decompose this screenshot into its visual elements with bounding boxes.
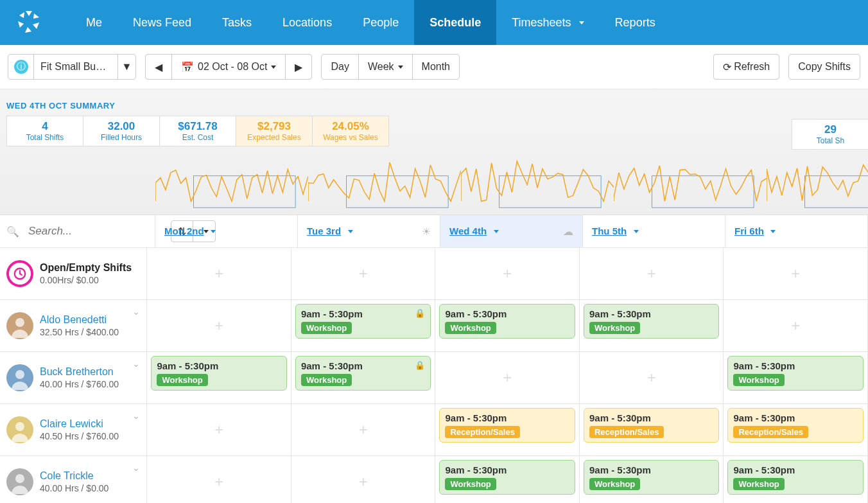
schedule-cell[interactable]: +	[291, 456, 436, 503]
add-shift-button[interactable]: +	[727, 304, 864, 348]
view-week-button[interactable]: Week	[358, 54, 413, 80]
chevron-down-icon	[207, 225, 216, 236]
employee-cell[interactable]: Buck Bretherton40.00 Hrs / $760.00	[0, 352, 147, 403]
top-nav: MeNews FeedTasksLocationsPeopleScheduleT…	[0, 0, 868, 45]
add-shift-button[interactable]: +	[151, 304, 287, 348]
day-link[interactable]: Fri 6th	[734, 225, 764, 236]
schedule-cell[interactable]: 9am - 5:30pmReception/Sales	[580, 404, 724, 455]
shift-card[interactable]: 9am - 5:30pmWorkshop	[727, 460, 864, 495]
shift-area-badge: Workshop	[301, 374, 352, 386]
schedule-cell[interactable]: 🔒9am - 5:30pmWorkshop	[291, 300, 436, 351]
schedule-cell[interactable]: +	[147, 456, 291, 503]
schedule-cell[interactable]: +	[724, 248, 868, 299]
location-select[interactable]: ⓘ Fit Small Busin… ▼	[8, 54, 136, 80]
day-header[interactable]: Tue 3rd ☀	[298, 215, 440, 247]
shift-card[interactable]: 9am - 5:30pmWorkshop	[439, 304, 575, 339]
add-shift-button[interactable]: +	[295, 408, 431, 452]
shift-card[interactable]: 9am - 5:30pmReception/Sales	[584, 408, 720, 443]
employee-cell[interactable]: Open/Empty Shifts0.00Hrs/ $0.00	[0, 248, 147, 299]
schedule-cell[interactable]: 9am - 5:30pmWorkshop	[435, 300, 580, 351]
add-shift-button[interactable]: +	[439, 356, 575, 400]
day-link[interactable]: Mon 2nd	[164, 225, 204, 236]
nav-item-me[interactable]: Me	[71, 0, 117, 45]
date-next-button[interactable]: ▶	[285, 54, 312, 80]
nav-item-timesheets[interactable]: Timesheets	[496, 0, 599, 45]
summary-right-value: 29	[801, 123, 860, 136]
shift-card[interactable]: 🔒9am - 5:30pmWorkshop	[295, 304, 431, 339]
chevron-down-icon[interactable]	[132, 410, 140, 421]
add-shift-button[interactable]: +	[295, 460, 431, 503]
schedule-cell[interactable]: +	[435, 352, 580, 403]
shift-card[interactable]: 9am - 5:30pmReception/Sales	[439, 408, 575, 443]
schedule-cell[interactable]: +	[147, 248, 291, 299]
day-header[interactable]: Thu 5th	[583, 215, 725, 247]
add-shift-button[interactable]: +	[584, 356, 720, 400]
employee-meta: 32.50 Hrs / $400.00	[40, 327, 119, 337]
employee-cell[interactable]: Aldo Benedetti32.50 Hrs / $400.00	[0, 300, 147, 351]
shift-card[interactable]: 9am - 5:30pmWorkshop	[584, 304, 720, 339]
schedule-cell[interactable]: 9am - 5:30pmReception/Sales	[724, 404, 868, 455]
shift-time: 9am - 5:30pm	[445, 464, 569, 475]
shift-card[interactable]: 9am - 5:30pmWorkshop	[727, 356, 864, 391]
shift-card[interactable]: 9am - 5:30pmWorkshop	[439, 460, 575, 495]
schedule-cell[interactable]: +	[435, 248, 580, 299]
day-link[interactable]: Thu 5th	[592, 225, 627, 236]
schedule-cell[interactable]: 9am - 5:30pmReception/Sales	[435, 404, 580, 455]
add-shift-button[interactable]: +	[439, 252, 575, 296]
add-shift-button[interactable]: +	[151, 460, 287, 503]
schedule-cell[interactable]: +	[291, 248, 436, 299]
schedule-cell[interactable]: +	[147, 300, 291, 351]
schedule-cell[interactable]: 9am - 5:30pmWorkshop	[147, 352, 291, 403]
add-shift-button[interactable]: +	[727, 252, 864, 296]
schedule-cell[interactable]: +	[291, 404, 436, 455]
copy-shifts-button[interactable]: Copy Shifts	[788, 54, 860, 80]
svg-rect-7	[346, 176, 448, 208]
chevron-down-icon[interactable]	[132, 463, 140, 473]
chevron-down-icon	[344, 225, 353, 236]
schedule-cell[interactable]: 9am - 5:30pmWorkshop	[580, 456, 724, 503]
schedule-cell[interactable]: +	[147, 404, 291, 455]
add-shift-button[interactable]: +	[151, 252, 287, 296]
shift-card[interactable]: 🔒9am - 5:30pmWorkshop	[295, 356, 431, 391]
search-input[interactable]	[28, 225, 166, 238]
day-header[interactable]: Fri 6th	[725, 215, 868, 247]
day-link[interactable]: Wed 4th	[449, 225, 487, 236]
nav-item-news-feed[interactable]: News Feed	[117, 0, 207, 45]
search-icon	[6, 225, 19, 238]
schedule-cell[interactable]: 9am - 5:30pmWorkshop	[724, 456, 868, 503]
chevron-down-icon[interactable]	[132, 358, 140, 369]
date-range-button[interactable]: 📅 02 Oct - 08 Oct	[171, 54, 286, 80]
sparkline-cell	[0, 150, 155, 215]
day-header[interactable]: Wed 4th ☁	[440, 215, 583, 247]
employee-cell[interactable]: Claire Lewicki40.50 Hrs / $760.00	[0, 404, 147, 455]
schedule-cell[interactable]: +	[724, 300, 868, 351]
view-day-button[interactable]: Day	[321, 54, 358, 80]
shift-card[interactable]: 9am - 5:30pmWorkshop	[151, 356, 287, 391]
nav-item-people[interactable]: People	[347, 0, 414, 45]
view-month-button[interactable]: Month	[412, 54, 460, 80]
add-shift-button[interactable]: +	[295, 252, 431, 296]
add-shift-button[interactable]: +	[151, 408, 287, 452]
date-prev-button[interactable]: ◀	[145, 54, 172, 80]
day-header[interactable]: Mon 2nd	[155, 215, 298, 247]
nav-item-locations[interactable]: Locations	[267, 0, 347, 45]
shift-card[interactable]: 9am - 5:30pmReception/Sales	[727, 408, 864, 443]
schedule-cell[interactable]: 9am - 5:30pmWorkshop	[435, 456, 580, 503]
svg-marker-3	[25, 27, 31, 33]
chevron-down-icon[interactable]	[132, 306, 140, 317]
nav-item-schedule[interactable]: Schedule	[414, 0, 496, 45]
schedule-cell[interactable]: +	[580, 248, 724, 299]
schedule-cell[interactable]: 9am - 5:30pmWorkshop	[580, 300, 724, 351]
nav-item-reports[interactable]: Reports	[600, 0, 671, 45]
nav-item-tasks[interactable]: Tasks	[207, 0, 267, 45]
schedule-cell[interactable]: 🔒9am - 5:30pmWorkshop	[291, 352, 436, 403]
shift-time: 9am - 5:30pm	[157, 360, 281, 371]
schedule-cell[interactable]: 9am - 5:30pmWorkshop	[724, 352, 868, 403]
view-toggle-group: Day Week Month	[321, 54, 460, 80]
add-shift-button[interactable]: +	[584, 252, 720, 296]
shift-card[interactable]: 9am - 5:30pmWorkshop	[584, 460, 720, 495]
refresh-button[interactable]: ⟳ Refresh	[713, 54, 779, 80]
schedule-cell[interactable]: +	[580, 352, 724, 403]
employee-cell[interactable]: Cole Trickle40.00 Hrs / $0.00	[0, 456, 147, 503]
day-link[interactable]: Tue 3rd	[307, 225, 341, 236]
